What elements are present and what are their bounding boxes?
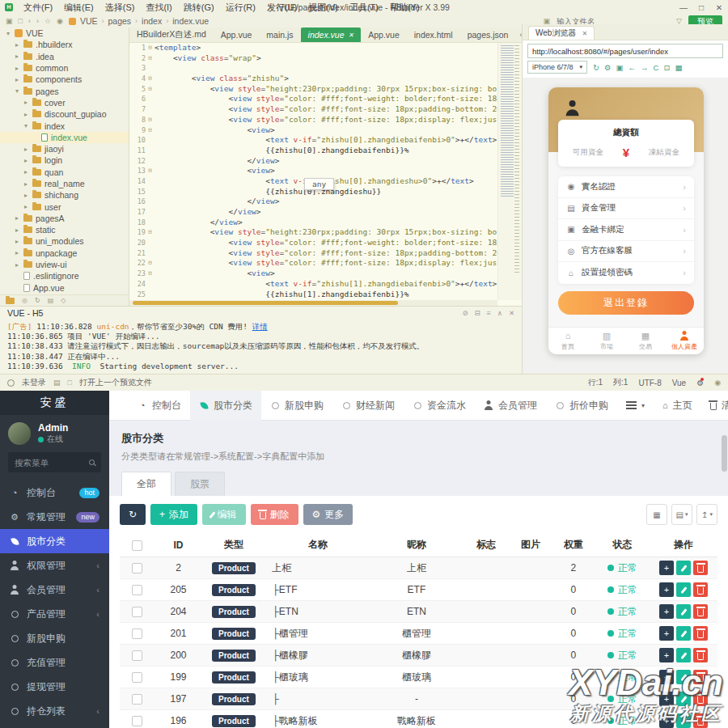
fold-marker-icon[interactable]: ⊟ (146, 43, 154, 53)
forward-icon[interactable]: → (641, 63, 649, 72)
close-icon[interactable]: ✕ (710, 3, 728, 12)
row-edit-button[interactable] (676, 648, 691, 662)
tree-item-indexvue[interactable]: index.vue (0, 132, 129, 143)
column-header[interactable]: ID (155, 533, 202, 557)
fold-marker-icon[interactable]: ⊟ (146, 84, 154, 95)
add-button[interactable]: + 添加 (150, 504, 197, 525)
fold-marker-icon[interactable]: ⊟ (146, 125, 154, 136)
tree-item-Appvue[interactable]: App.vue (0, 282, 129, 294)
row-add-button[interactable]: + (659, 582, 674, 597)
tree-item-cover[interactable]: ▸cover (0, 97, 129, 108)
phone-tab-profile-icon[interactable]: 個人資產 (665, 328, 704, 354)
column-header[interactable]: 状态 (595, 533, 650, 557)
phone-tab-market-icon[interactable]: ▥市場 (587, 328, 626, 354)
row-delete-button[interactable] (693, 692, 708, 706)
refresh-tree-icon[interactable]: ↻ (35, 297, 40, 304)
back-icon[interactable]: ← (629, 63, 637, 72)
row-add-button[interactable]: + (659, 561, 674, 575)
sidebar-item-控制台[interactable]: ◔控制台hot (0, 480, 109, 505)
tree-item-common[interactable]: ▸common (0, 62, 129, 74)
breadcrumb-item[interactable]: index (142, 16, 162, 26)
row-edit-button[interactable] (676, 604, 691, 619)
sidebar-item-产品管理[interactable]: 产品管理‹ (0, 602, 109, 626)
row-edit-button[interactable] (676, 713, 691, 728)
nav-tab-新股申购[interactable]: 新股申购 (261, 391, 332, 421)
lock-icon[interactable]: ⊡ (663, 63, 670, 72)
grid-icon[interactable]: ▦ (675, 63, 682, 72)
rotate-icon[interactable]: ↻ (593, 63, 599, 72)
minimap[interactable] (497, 43, 522, 300)
run-icon[interactable]: ◉ (57, 17, 63, 25)
tree-item-hbuilderx[interactable]: ▸.hbuilderx (0, 39, 129, 50)
login-status[interactable]: 未登录 (22, 377, 46, 388)
row-add-button[interactable]: + (659, 604, 674, 619)
row-checkbox[interactable] (132, 650, 142, 661)
row-checkbox[interactable] (132, 563, 142, 574)
row-checkbox[interactable] (132, 585, 142, 595)
editor-tab[interactable]: App.vue (361, 28, 407, 43)
notifications-icon[interactable]: ⚙ (696, 378, 704, 387)
row-add-button[interactable]: + (659, 713, 674, 728)
tree-item-static[interactable]: ▸static (0, 224, 129, 235)
tree-item-uviewui[interactable]: ▸uview-ui (0, 259, 129, 270)
column-header[interactable]: 类型 (202, 533, 266, 557)
fold-marker-icon[interactable]: ⊟ (146, 166, 154, 176)
menubar-item[interactable]: 帮助(Y) (384, 2, 425, 14)
column-header[interactable]: 名称 (265, 533, 370, 557)
reload-icon[interactable]: C (654, 63, 659, 72)
tree-item-realname[interactable]: ▸real_name (0, 178, 129, 189)
menubar-item[interactable]: 跳转(G) (178, 2, 220, 14)
menubar-item[interactable]: 运行(R) (220, 2, 261, 14)
tree-item-unpackage[interactable]: ▸unpackage (0, 248, 129, 259)
tree-item-shichang[interactable]: ▸shichang (0, 189, 129, 201)
logout-button[interactable]: 退出登錄 (558, 291, 694, 315)
sidebar-item-财经新闻[interactable]: 财经新闻 (0, 723, 109, 728)
row-edit-button[interactable] (676, 626, 691, 641)
row-add-button[interactable]: + (659, 648, 674, 662)
column-header[interactable]: 昵称 (370, 533, 463, 557)
editor-tab[interactable]: index.vue✕ (301, 28, 362, 43)
tree-item-discountgupiao[interactable]: ▸discount_gupiao (0, 108, 129, 120)
minimize-icon[interactable]: — (675, 3, 692, 12)
menubar-item[interactable]: 编辑(E) (58, 2, 99, 14)
tab-全部[interactable]: 全部 (121, 472, 171, 496)
row-delete-button[interactable] (693, 561, 708, 575)
phone-menu-item[interactable]: ▣金融卡綁定› (558, 219, 694, 241)
browser-tab[interactable]: Web浏览器 ✕ (528, 26, 595, 40)
settings-icon[interactable]: ⚙ (604, 63, 612, 72)
tree-item-user[interactable]: ▸user (0, 201, 129, 212)
sidebar-item-股市分类[interactable]: 股市分类 (0, 529, 109, 553)
refresh-button[interactable]: ↻ (120, 504, 146, 525)
menubar-item[interactable]: 文件(F) (18, 2, 58, 14)
nav-tab-折价申购[interactable]: 折价申购 (546, 391, 617, 421)
breadcrumb-item[interactable]: index.vue (172, 16, 209, 26)
encoding[interactable]: UTF-8 (638, 379, 661, 387)
phone-menu-item[interactable]: ⌂設置提領密碼› (558, 262, 694, 284)
sidebar-item-权限管理[interactable]: 权限管理‹ (0, 553, 109, 578)
row-checkbox[interactable] (132, 694, 142, 705)
row-add-button[interactable]: + (659, 626, 674, 641)
column-header[interactable]: 标志 (463, 533, 510, 557)
row-checkbox[interactable] (132, 607, 142, 617)
locate-file-icon[interactable]: ◎ (22, 297, 28, 304)
tree-item-eslintignore[interactable]: .eslintignore (0, 270, 129, 281)
user-avatar-icon[interactable] (565, 100, 580, 116)
admin-profile[interactable]: Admin 在线 (0, 415, 109, 451)
open-previous-preview[interactable]: 打开上一个预览文件 (79, 377, 152, 388)
save-icon[interactable]: □ (19, 17, 23, 25)
menubar-item[interactable]: 发行(U) (261, 2, 303, 14)
sidebar-item-新股申购[interactable]: 新股申购 (0, 626, 109, 650)
menubar-item[interactable]: 视图(V) (303, 2, 344, 14)
row-delete-button[interactable] (693, 670, 708, 684)
pin-icon[interactable]: ⊘ (462, 309, 468, 317)
home-link[interactable]: ⌂主页 (654, 391, 701, 421)
list-icon[interactable]: ≡ (487, 309, 491, 317)
column-header[interactable]: 权重 (552, 533, 595, 557)
menu-search-input[interactable] (15, 458, 84, 468)
editor-tab[interactable]: App.vue (214, 28, 260, 43)
detail-view-icon[interactable]: ▦ (646, 504, 667, 525)
collapse-folders-icon[interactable] (6, 298, 15, 304)
nav-tab-财经新闻[interactable]: 财经新闻 (332, 391, 404, 421)
tree-item-idea[interactable]: ▸.idea (0, 51, 129, 62)
phone-tab-trade-icon[interactable]: ▦交易 (626, 328, 665, 354)
